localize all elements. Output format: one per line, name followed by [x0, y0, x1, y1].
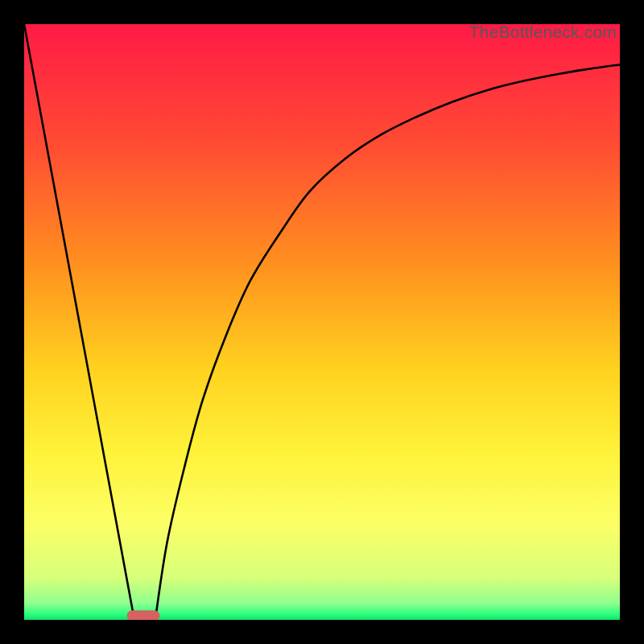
ascending-curve: [155, 64, 620, 620]
chart-frame: TheBottleneck.com: [0, 0, 644, 644]
plot-area: [24, 24, 620, 620]
descending-line: [24, 24, 134, 620]
watermark-text: TheBottleneck.com: [469, 23, 617, 42]
bottom-pill: [127, 610, 160, 620]
curves-layer: [24, 24, 620, 620]
